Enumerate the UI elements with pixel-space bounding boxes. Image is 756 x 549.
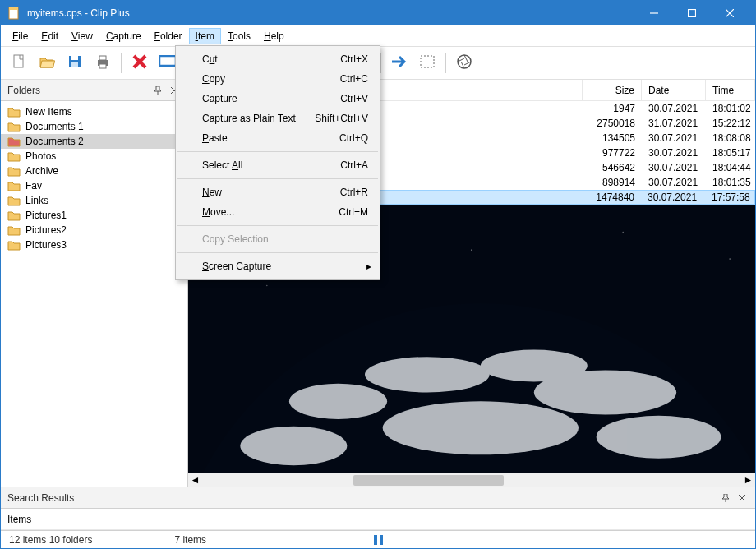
svg-rect-8 (71, 56, 78, 60)
folder-item[interactable]: Archive (1, 164, 187, 178)
folder-list[interactable]: New ItemsDocuments 1Documents 2PhotosArc… (1, 101, 187, 487)
folder-item[interactable]: Links (1, 193, 187, 208)
folder-icon (7, 180, 21, 191)
open-icon (39, 53, 55, 72)
cell-time: 15:22:12 (706, 118, 755, 129)
pin-icon[interactable] (151, 84, 164, 97)
menu-item-shortcut: Ctrl+A (340, 159, 368, 171)
folders-header: Folders (1, 80, 187, 101)
folder-label: New Items (25, 106, 72, 118)
pause-icon[interactable] (371, 534, 385, 546)
menu-item-label: Select All (202, 159, 242, 171)
maximize-button[interactable] (673, 1, 711, 25)
folder-label: Documents 1 (25, 121, 84, 132)
app-icon (7, 7, 21, 20)
aperture-button[interactable] (451, 50, 477, 76)
col-size[interactable]: Size (583, 80, 642, 100)
svg-point-39 (534, 370, 676, 414)
folder-icon (7, 165, 21, 177)
svg-point-47 (729, 258, 731, 260)
svg-point-41 (240, 427, 347, 466)
menu-item-shortcut: Ctrl+Q (339, 132, 368, 144)
cell-date: 30.07.2021 (642, 132, 706, 144)
folder-item[interactable]: Pictures2 (1, 223, 187, 238)
new-file-button[interactable] (6, 50, 32, 76)
menu-item-label: New (202, 187, 222, 198)
col-time[interactable]: Time (706, 80, 755, 100)
folder-item[interactable]: Pictures3 (1, 238, 187, 252)
svg-point-48 (266, 285, 267, 286)
menu-item-paste[interactable]: PasteCtrl+Q (176, 128, 380, 148)
status-items-folders: 12 items 10 folders (9, 534, 92, 546)
folder-item[interactable]: Fav (1, 178, 187, 193)
menu-file[interactable]: File (6, 28, 35, 44)
menu-item[interactable]: Item (189, 28, 221, 44)
folder-item[interactable]: Documents 1 (1, 119, 187, 134)
col-date[interactable]: Date (642, 80, 706, 100)
menu-item-label: Copy (202, 73, 225, 85)
scroll-left-icon[interactable]: ◄ (188, 473, 202, 487)
svg-rect-9 (71, 62, 78, 67)
folder-label: Archive (25, 165, 58, 177)
print-button[interactable] (90, 50, 116, 76)
delete-button[interactable] (127, 50, 153, 76)
arrow-right-button[interactable] (386, 50, 413, 76)
scroll-track[interactable] (202, 473, 741, 487)
svg-rect-6 (14, 55, 23, 67)
cell-size: 1474840 (582, 191, 641, 203)
svg-point-46 (622, 232, 624, 233)
cell-time: 18:08:08 (706, 132, 755, 144)
menu-item-cut[interactable]: CutCtrl+X (176, 49, 380, 69)
folder-item[interactable]: Documents 2 (1, 134, 187, 149)
menu-item-screen-capture[interactable]: Screen Capture▸ (176, 256, 380, 276)
scroll-right-icon[interactable]: ► (741, 473, 755, 487)
folder-label: Links (25, 195, 48, 206)
cell-time: 18:01:35 (706, 177, 755, 188)
folder-label: Pictures3 (25, 239, 67, 251)
menu-item-select-all[interactable]: Select AllCtrl+A (176, 155, 380, 175)
menu-tools[interactable]: Tools (221, 28, 257, 44)
svg-point-40 (383, 401, 579, 454)
menu-item-label: Paste (202, 132, 228, 144)
menu-item-capture[interactable]: CaptureCtrl+V (176, 89, 380, 108)
folder-item[interactable]: Pictures1 (1, 208, 187, 223)
scroll-thumb[interactable] (353, 475, 505, 486)
close-button[interactable] (711, 1, 749, 25)
folders-title: Folders (7, 85, 40, 96)
folders-pane: Folders New ItemsDocuments 1Documents 2P… (1, 80, 188, 487)
svg-rect-11 (99, 56, 106, 60)
svg-point-36 (289, 384, 387, 419)
search-column-header[interactable]: Items (1, 509, 755, 530)
close-pane-icon[interactable] (735, 491, 749, 505)
menu-item-copy-selection: Copy Selection (176, 229, 380, 249)
folder-icon (7, 224, 21, 236)
menu-item-copy[interactable]: CopyCtrl+C (176, 69, 380, 89)
menubar: FileEditViewCaptureFolderItemToolsHelp (1, 25, 755, 47)
menu-folder[interactable]: Folder (148, 28, 189, 44)
menu-edit[interactable]: Edit (35, 28, 65, 44)
save-icon (67, 53, 83, 72)
cell-time: 18:04:44 (706, 162, 755, 173)
preview-hscrollbar[interactable]: ◄ ► (188, 473, 755, 487)
open-button[interactable] (34, 50, 60, 76)
menu-item-new[interactable]: NewCtrl+R (176, 182, 380, 202)
search-col-items: Items (7, 514, 31, 525)
search-header: Search Results (1, 487, 755, 509)
delete-icon (131, 53, 149, 73)
select-dashed-button[interactable] (414, 50, 440, 76)
minimize-button[interactable] (635, 1, 673, 25)
svg-rect-12 (99, 64, 106, 68)
menu-item-label: Copy Selection (202, 233, 269, 245)
folder-label: Documents 2 (25, 136, 84, 147)
print-icon (94, 53, 111, 72)
menu-capture[interactable]: Capture (99, 28, 148, 44)
save-button[interactable] (62, 50, 88, 76)
folder-item[interactable]: New Items (1, 104, 187, 119)
menu-view[interactable]: View (65, 28, 99, 44)
menu-item-capture-as-plain-text[interactable]: Capture as Plain TextShift+Ctrl+V (176, 108, 380, 128)
folder-item[interactable]: Photos (1, 149, 187, 164)
arrow-right-icon (390, 54, 408, 72)
menu-item-move-[interactable]: Move...Ctrl+M (176, 202, 380, 222)
pin-icon[interactable] (719, 491, 732, 505)
menu-help[interactable]: Help (257, 28, 291, 44)
